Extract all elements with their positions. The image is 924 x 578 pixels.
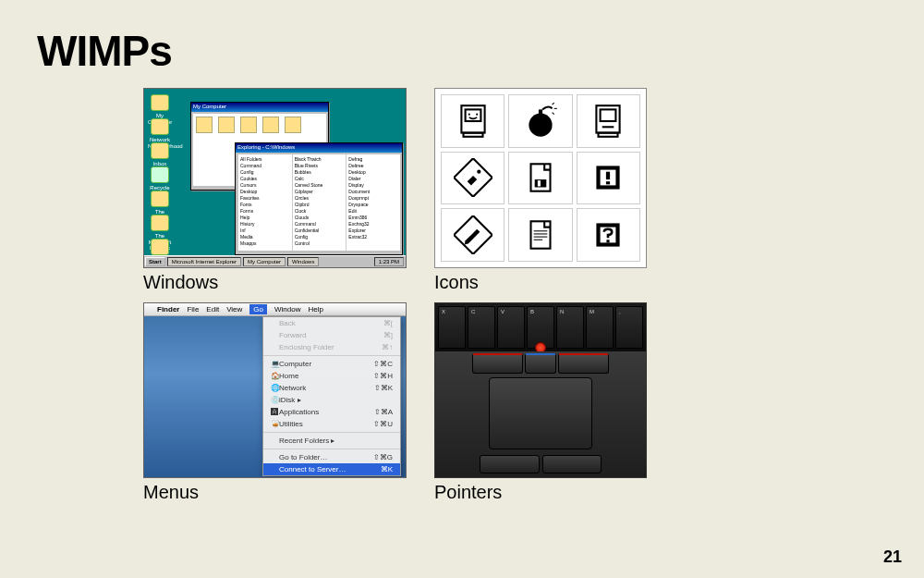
list-item: Black Thatch — [295, 155, 345, 162]
list-item: Dialer — [348, 175, 398, 181]
disk-question-icon — [577, 208, 640, 262]
menu-go: Go — [249, 304, 267, 314]
keyboard-key: , — [615, 306, 643, 349]
window-titlebar: Exploring - C:\Windows — [236, 143, 402, 153]
mouse-buttons-bottom — [480, 455, 602, 473]
caption-icons: Icons — [434, 272, 647, 293]
list-item: Display — [348, 181, 398, 188]
mouse-buttons-top — [472, 353, 609, 374]
list-item: Config — [295, 233, 345, 240]
pointers-screenshot: XCVBNM, — [434, 302, 647, 478]
wimp-grid: My ComputerNetwork NeighborhoodInboxRecy… — [143, 88, 647, 503]
list-item: Extrac32 — [348, 233, 398, 240]
text-page-icon — [508, 208, 572, 262]
menus-screenshot: FinderFileEditViewGoWindowHelp Back⌘[For… — [143, 302, 407, 478]
app-name: Finder — [157, 305, 179, 314]
menu-view: View — [226, 305, 242, 314]
menu-item-utilities: 🥃Utilities⇧⌘U — [263, 418, 400, 430]
list-item: Emm386 — [348, 214, 398, 220]
keyboard-key: V — [497, 306, 525, 349]
list-item: Clipbrd — [295, 201, 345, 207]
menu-item-computer: 💻Computer⇧⌘C — [263, 358, 400, 370]
menu-item-home: 🏠Home⇧⌘H — [263, 370, 400, 382]
svg-rect-22 — [606, 182, 610, 185]
list-item: Clock — [295, 207, 345, 214]
taskbar-clock: 1:23 PM — [374, 257, 404, 266]
svg-rect-11 — [601, 109, 616, 121]
taskbar: Start Microsoft Internet ExplorerMy Comp… — [144, 255, 406, 267]
list-item: Dosprmpt — [348, 194, 398, 201]
list-item: Calc — [295, 175, 345, 181]
windows-screenshot: My ComputerNetwork NeighborhoodInboxRecy… — [143, 88, 407, 268]
caption-pointers: Pointers — [434, 482, 647, 503]
list-item: Command — [295, 220, 345, 227]
svg-point-2 — [468, 113, 469, 115]
list-item: Deltree — [348, 162, 398, 168]
panel-windows: My ComputerNetwork NeighborhoodInboxRecy… — [143, 88, 407, 293]
taskbar-item: Microsoft Internet Explorer — [167, 257, 241, 266]
menu-help: Help — [308, 305, 322, 314]
svg-rect-18 — [538, 181, 541, 187]
list-item: Cursors — [240, 181, 290, 188]
list-item: Msapps — [240, 240, 290, 246]
list-item: Cdplayer — [295, 188, 345, 194]
list-item: Cookies — [240, 175, 290, 181]
menu-item-connect-to-server-: Connect to Server…⌘K — [263, 463, 400, 475]
mac-classic-icon — [577, 94, 640, 148]
svg-point-3 — [476, 113, 478, 115]
right-button — [558, 353, 609, 374]
taskbar-item: My Computer — [243, 257, 286, 266]
list-item: Forms — [240, 207, 290, 214]
folder-icon — [285, 117, 301, 133]
list-item: Control — [295, 240, 345, 246]
menu-item-network: 🌐Network⇧⌘K — [263, 382, 400, 394]
svg-rect-4 — [463, 132, 482, 136]
paint-hand-icon — [441, 152, 505, 205]
menu-item-go-to-folder-: Go to Folder…⇧⌘G — [263, 451, 400, 463]
menu-item-idisk: 💿iDisk ▸ — [263, 394, 400, 406]
list-item: Defrag — [348, 155, 398, 162]
list-item: Config — [240, 168, 290, 175]
svg-rect-6 — [539, 109, 542, 115]
svg-point-15 — [477, 170, 480, 174]
menu-item-back: Back⌘[ — [263, 317, 400, 329]
caption-menus: Menus — [143, 482, 407, 503]
menu-separator — [263, 432, 400, 433]
menu-window: Window — [274, 305, 300, 314]
svg-line-9 — [553, 112, 554, 114]
svg-rect-21 — [606, 172, 610, 179]
page-number: 21 — [883, 547, 902, 567]
list-item: Media — [240, 233, 290, 240]
right-button — [542, 455, 602, 473]
list-item: Carved Stone — [295, 181, 345, 188]
list-item: History — [240, 220, 290, 227]
svg-line-7 — [553, 103, 554, 105]
taskbar-item: Windows — [287, 257, 319, 266]
keyboard-key: M — [586, 306, 614, 349]
list-item: Inf — [240, 227, 290, 233]
list-item: Clouds — [295, 214, 345, 220]
list-item: Confidential — [295, 227, 345, 233]
list-item: Bubbles — [295, 168, 345, 175]
touchpad — [489, 377, 592, 449]
list-item: Help — [240, 214, 290, 220]
menu-item-recent-folders: Recent Folders ▸ — [263, 435, 400, 447]
menu-item-forward: Forward⌘] — [263, 329, 400, 341]
keyboard-key: C — [468, 306, 495, 349]
left-button — [480, 455, 540, 473]
list-item: Document — [348, 188, 398, 194]
menu-separator — [263, 449, 400, 449]
icons-screenshot — [434, 88, 647, 268]
panel-icons: Icons — [434, 88, 647, 293]
list-item: Fonts — [240, 201, 290, 207]
keyboard-key: N — [556, 306, 584, 349]
write-hand-icon — [441, 208, 505, 262]
list-item: Exchng32 — [348, 220, 398, 227]
keyboard-key: X — [438, 306, 466, 349]
list-item: All Folders — [240, 155, 290, 162]
slide-title: WIMPs — [37, 26, 172, 76]
list-item: Favorites — [240, 194, 290, 201]
svg-rect-31 — [607, 240, 610, 242]
menu-edit: Edit — [206, 305, 219, 314]
menu-item-applications: 🅰Applications⇧⌘A — [263, 406, 400, 418]
